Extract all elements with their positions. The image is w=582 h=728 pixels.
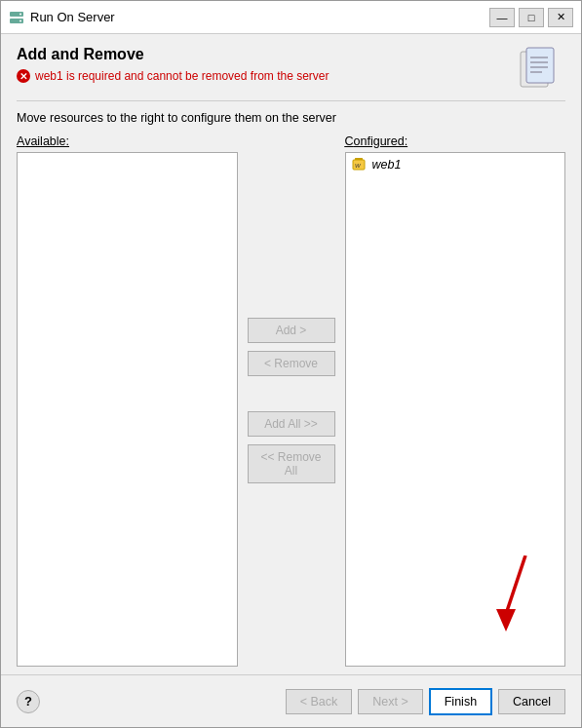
title-bar-controls: — □ ✕ (489, 8, 573, 27)
configured-section: Configured: W web1 (345, 134, 566, 667)
server-icon (9, 10, 24, 25)
web-project-icon: W (352, 157, 368, 172)
available-section: Available: (17, 134, 238, 667)
error-row: ✕ web1 is required and cannot be removed… (17, 69, 503, 83)
dialog-content: Add and Remove ✕ web1 is required and ca… (1, 34, 581, 674)
instruction-text: Move resources to the right to configure… (17, 100, 565, 125)
configured-label-text: Configured: (345, 134, 408, 148)
svg-line-13 (506, 556, 525, 614)
error-message: web1 is required and cannot be removed f… (35, 69, 330, 83)
header-area: Add and Remove ✕ web1 is required and ca… (17, 46, 565, 93)
error-icon: ✕ (17, 69, 30, 83)
footer-left: ? (17, 690, 40, 713)
remove-button[interactable]: < Remove (248, 351, 335, 376)
available-list[interactable] (17, 152, 238, 667)
available-label-text: Available: (17, 134, 69, 148)
cancel-button[interactable]: Cancel (498, 689, 565, 714)
title-bar-left: Run On Server (9, 10, 115, 25)
header-graphic-icon (513, 46, 565, 93)
add-button[interactable]: Add > (248, 318, 335, 343)
svg-rect-5 (526, 48, 554, 83)
finish-button[interactable]: Finish (429, 688, 492, 715)
action-buttons: Add > < Remove Add All >> << Remove All (238, 134, 345, 667)
page-title: Add and Remove (17, 46, 503, 63)
configured-item-name: web1 (372, 158, 402, 172)
close-button[interactable]: ✕ (548, 8, 573, 27)
svg-point-2 (19, 13, 21, 15)
add-all-button[interactable]: Add All >> (248, 411, 335, 437)
footer-right: < Back Next > Finish Cancel (286, 688, 565, 715)
svg-marker-14 (496, 609, 516, 632)
red-arrow (496, 556, 545, 636)
footer: ? < Back Next > Finish Cancel (1, 674, 581, 727)
configured-list[interactable]: W web1 (345, 152, 566, 667)
maximize-button[interactable]: □ (519, 8, 544, 27)
lists-area: Available: Add > < Remove Add All >> << … (17, 134, 565, 667)
remove-all-button[interactable]: << Remove All (248, 444, 335, 483)
svg-rect-11 (355, 158, 363, 160)
window-title: Run On Server (30, 10, 115, 24)
minimize-button[interactable]: — (489, 8, 515, 27)
window: Run On Server — □ ✕ Add and Remove ✕ web… (0, 0, 582, 728)
svg-point-3 (19, 19, 21, 21)
configured-label: Configured: (345, 134, 566, 148)
help-button[interactable]: ? (17, 690, 40, 713)
header-left: Add and Remove ✕ web1 is required and ca… (17, 46, 503, 83)
available-label: Available: (17, 134, 238, 148)
list-item[interactable]: W web1 (348, 155, 563, 174)
title-bar: Run On Server — □ ✕ (1, 1, 581, 34)
back-button[interactable]: < Back (286, 689, 353, 714)
next-button[interactable]: Next > (358, 689, 422, 714)
